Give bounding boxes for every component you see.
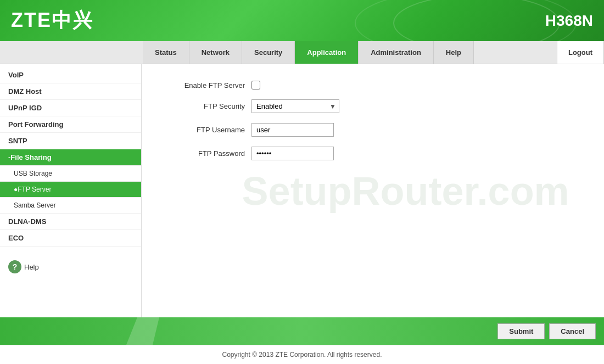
nav-bar: Status Network Security Application Admi…	[0, 41, 604, 64]
sidebar: VoIP DMZ Host UPnP IGD Port Forwarding S…	[0, 64, 142, 317]
header: ZTE中兴 H368N	[0, 0, 604, 41]
help-label: Help	[24, 263, 39, 271]
help-icon: ?	[8, 260, 21, 273]
ftp-password-input[interactable]	[251, 147, 334, 160]
nav-item-help[interactable]: Help	[434, 41, 474, 64]
watermark: SetupRouter.com	[242, 169, 569, 214]
ftp-security-select-wrapper: Enabled Disabled ▼	[251, 99, 339, 113]
ftp-security-control: Enabled Disabled ▼	[251, 99, 339, 113]
enable-ftp-control	[251, 81, 260, 89]
sidebar-item-port-forwarding[interactable]: Port Forwarding	[0, 116, 141, 133]
sidebar-item-dmz-host[interactable]: DMZ Host	[0, 83, 141, 100]
bottom-bar: Submit Cancel	[0, 317, 604, 345]
main-layout: VoIP DMZ Host UPnP IGD Port Forwarding S…	[0, 64, 604, 317]
nav-item-application[interactable]: Application	[295, 41, 359, 64]
ftp-password-row: FTP Password	[164, 147, 582, 160]
enable-ftp-row: Enable FTP Server	[164, 81, 582, 89]
nav-item-administration[interactable]: Administration	[359, 41, 434, 64]
enable-ftp-label: Enable FTP Server	[164, 81, 251, 89]
enable-ftp-checkbox[interactable]	[251, 81, 260, 89]
sidebar-item-file-sharing[interactable]: -File Sharing	[0, 149, 141, 166]
footer-text: Copyright © 2013 ZTE Corporation. All ri…	[222, 351, 382, 359]
footer: Copyright © 2013 ZTE Corporation. All ri…	[0, 345, 604, 364]
ftp-password-control	[251, 147, 334, 160]
sidebar-item-voip[interactable]: VoIP	[0, 67, 141, 83]
cancel-button[interactable]: Cancel	[549, 323, 596, 339]
ftp-username-row: FTP Username	[164, 123, 582, 137]
logo: ZTE中兴	[11, 7, 93, 34]
nav-item-network[interactable]: Network	[189, 41, 242, 64]
logo-text: ZTE中兴	[11, 7, 93, 34]
sidebar-help[interactable]: ? Help	[0, 252, 141, 282]
ftp-security-label: FTP Security	[164, 102, 251, 110]
nav-item-security[interactable]: Security	[242, 41, 295, 64]
content-area: SetupRouter.com Enable FTP Server FTP Se…	[142, 64, 604, 317]
sidebar-item-ftp-server[interactable]: ●FTP Server	[0, 182, 141, 198]
logout-button[interactable]: Logout	[557, 41, 604, 64]
submit-button[interactable]: Submit	[497, 323, 545, 339]
sidebar-item-dlna-dms[interactable]: DLNA-DMS	[0, 214, 141, 230]
model-text: H368N	[545, 12, 593, 30]
form-section: Enable FTP Server FTP Security Enabled D…	[164, 81, 582, 160]
ftp-username-input[interactable]	[251, 123, 334, 137]
nav-item-status[interactable]: Status	[143, 41, 189, 64]
ftp-security-select[interactable]: Enabled Disabled	[251, 99, 339, 113]
ftp-security-row: FTP Security Enabled Disabled ▼	[164, 99, 582, 113]
sidebar-item-eco[interactable]: ECO	[0, 230, 141, 247]
sidebar-item-upnp-igd[interactable]: UPnP IGD	[0, 100, 141, 116]
ftp-password-label: FTP Password	[164, 149, 251, 158]
sidebar-item-usb-storage[interactable]: USB Storage	[0, 166, 141, 182]
ftp-username-label: FTP Username	[164, 126, 251, 134]
ftp-username-control	[251, 123, 334, 137]
sidebar-item-samba-server[interactable]: Samba Server	[0, 198, 141, 214]
sidebar-item-sntp[interactable]: SNTP	[0, 133, 141, 149]
